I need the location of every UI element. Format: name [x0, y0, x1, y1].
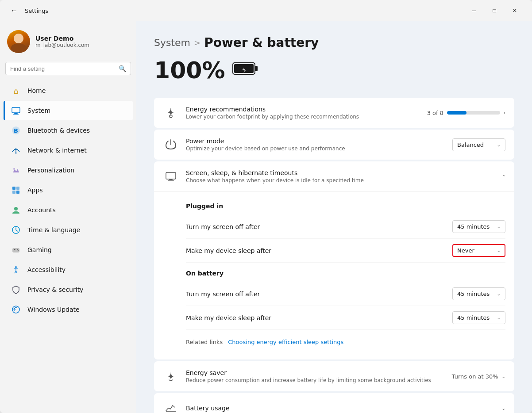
screen-sleep-content: Plugged in Turn my screen off after 45 m… [154, 191, 514, 359]
power-mode-subtitle: Optimize your device based on power use … [186, 145, 445, 152]
minimize-button[interactable]: ─ [464, 4, 484, 18]
sidebar-item-label: Privacy & security [27, 286, 83, 293]
svg-rect-26 [168, 180, 174, 181]
chevron-down-icon: ⌄ [497, 315, 501, 320]
sidebar-item-network[interactable]: Network & internet [4, 141, 133, 160]
breadcrumb-separator: > [194, 38, 200, 47]
chevron-down-icon: ⌄ [502, 406, 505, 411]
battery-usage-row[interactable]: Battery usage ⌄ [154, 393, 514, 413]
titlebar: ← Settings ─ □ ✕ [0, 0, 532, 21]
accounts-icon [11, 205, 21, 215]
sidebar-item-label: Personalization [27, 167, 74, 174]
energy-saver-title: Energy saver [186, 369, 445, 376]
close-button[interactable]: ✕ [505, 4, 525, 18]
breadcrumb-parent[interactable]: System [154, 37, 190, 48]
window-controls: ─ □ ✕ [464, 4, 525, 18]
svg-rect-22 [234, 64, 254, 73]
plugged-screen-off-dropdown[interactable]: 45 minutes ⌄ [452, 220, 505, 233]
sidebar-item-label: Accessibility [27, 266, 66, 273]
sidebar-item-system[interactable]: System [4, 101, 133, 120]
sidebar-item-apps[interactable]: Apps [4, 180, 133, 200]
sidebar-item-update[interactable]: Windows Update [4, 300, 133, 319]
energy-recommendations-subtitle: Lower your carbon footprint by applying … [186, 114, 420, 120]
sidebar-item-label: Home [27, 87, 46, 94]
home-icon: ⌂ [11, 85, 21, 96]
sidebar: User Demo m_lab@outlook.com 🔍 ⌂ Home [0, 21, 136, 413]
related-links: Related links Choosing energy efficient … [186, 333, 505, 351]
plugged-screen-off-row: Turn my screen off after 45 minutes ⌄ [186, 215, 505, 239]
back-button[interactable]: ← [7, 4, 21, 18]
battery-screen-off-label: Turn my screen off after [186, 291, 452, 298]
energy-recommendations-right: 3 of 8 › [427, 110, 505, 116]
breadcrumb: System > Power & battery [154, 35, 514, 50]
battery-usage-text: Battery usage [186, 405, 495, 412]
privacy-icon [11, 284, 21, 295]
screen-sleep-text: Screen, sleep, & hibernate timeouts Choo… [186, 169, 495, 184]
battery-sleep-dropdown[interactable]: 45 minutes ⌄ [452, 311, 505, 324]
energy-saver-row[interactable]: Energy saver Reduce power consumption an… [154, 361, 514, 391]
sidebar-item-home[interactable]: ⌂ Home [4, 81, 133, 100]
on-battery-title: On battery [186, 270, 505, 277]
chevron-down-icon: ⌄ [502, 374, 505, 379]
sidebar-item-label: Network & internet [27, 147, 87, 154]
sidebar-item-bluetooth[interactable]: B Bluetooth & devices [4, 121, 133, 140]
user-name: User Demo [35, 35, 89, 42]
battery-usage-card: Battery usage ⌄ [154, 393, 514, 413]
sidebar-item-accessibility[interactable]: Accessibility [4, 260, 133, 279]
energy-sleep-link[interactable]: Choosing energy efficient sleep settings [228, 339, 343, 345]
screen-sleep-right: ⌄ [502, 174, 505, 179]
battery-screen-off-row: Turn my screen off after 45 minutes ⌄ [186, 282, 505, 306]
search-container: 🔍 [0, 60, 136, 80]
svg-point-16 [17, 249, 18, 250]
maximize-button[interactable]: □ [484, 4, 505, 18]
sidebar-item-gaming[interactable]: Gaming [4, 240, 133, 260]
svg-point-5 [15, 153, 17, 154]
battery-usage-title: Battery usage [186, 405, 495, 412]
battery-sleep-label: Make my device sleep after [186, 314, 452, 321]
breadcrumb-current: Power & battery [204, 35, 319, 50]
plugged-screen-off-value: 45 minutes [457, 223, 490, 230]
power-mode-row: Power mode Optimize your device based on… [154, 130, 514, 160]
sidebar-item-accounts[interactable]: Accounts [4, 200, 133, 220]
power-mode-dropdown[interactable]: Balanced ⌄ [452, 138, 505, 151]
battery-sleep-row: Make my device sleep after 45 minutes ⌄ [186, 306, 505, 330]
user-profile[interactable]: User Demo m_lab@outlook.com [0, 25, 136, 60]
sidebar-item-personalization[interactable]: Personalization [4, 161, 133, 180]
energy-saver-icon [163, 368, 179, 384]
battery-display: 100% [154, 57, 514, 84]
power-mode-text: Power mode Optimize your device based on… [186, 138, 445, 152]
energy-saver-subtitle: Reduce power consumption and increase ba… [186, 377, 445, 383]
search-box[interactable]: 🔍 [5, 62, 131, 75]
chevron-up-icon: ⌄ [502, 174, 505, 179]
search-input[interactable] [10, 65, 115, 72]
plugged-sleep-dropdown[interactable]: Never ⌄ [452, 244, 505, 257]
sidebar-item-privacy[interactable]: Privacy & security [4, 280, 133, 299]
svg-rect-7 [12, 187, 15, 190]
sidebar-item-label: Time & language [27, 226, 80, 233]
progress-container: 3 of 8 [427, 110, 500, 116]
gaming-icon [11, 245, 21, 255]
plugged-sleep-value: Never [457, 247, 474, 254]
energy-recommendations-row[interactable]: Energy recommendations Lower your carbon… [154, 98, 514, 128]
screen-sleep-subtitle: Choose what happens when your device is … [186, 177, 495, 184]
chevron-down-icon: ⌄ [497, 248, 501, 253]
battery-screen-off-dropdown[interactable]: 45 minutes ⌄ [452, 287, 505, 300]
energy-saver-value: Turns on at 30% [452, 373, 498, 380]
sidebar-item-time[interactable]: Time & language [4, 220, 133, 240]
svg-rect-0 [12, 107, 20, 113]
accessibility-icon [11, 264, 21, 275]
energy-saver-card: Energy saver Reduce power consumption an… [154, 361, 514, 391]
energy-recommendations-text: Energy recommendations Lower your carbon… [186, 106, 420, 120]
screen-sleep-header[interactable]: Screen, sleep, & hibernate timeouts Choo… [154, 161, 514, 191]
power-mode-right: Balanced ⌄ [452, 138, 505, 151]
screen-sleep-title: Screen, sleep, & hibernate timeouts [186, 169, 495, 176]
battery-screen-off-value: 45 minutes [457, 291, 490, 297]
plugged-in-title: Plugged in [186, 203, 505, 210]
sidebar-item-label: System [27, 107, 50, 114]
svg-point-6 [13, 168, 15, 170]
energy-recommendations-icon [163, 105, 179, 121]
apps-icon [11, 185, 21, 195]
chevron-right-icon: › [504, 111, 505, 115]
battery-icon [232, 60, 259, 80]
progress-bar [447, 111, 500, 115]
